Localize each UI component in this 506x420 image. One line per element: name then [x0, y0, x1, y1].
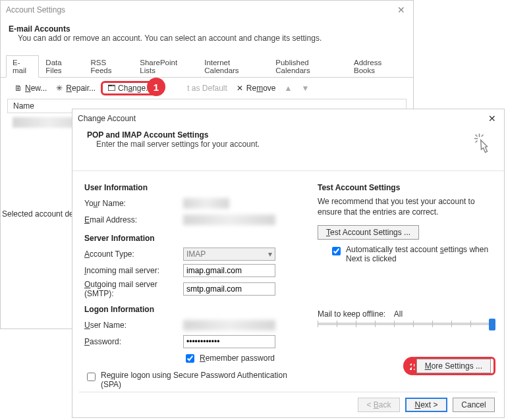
repair-button[interactable]: ✳Repair...: [52, 82, 98, 94]
arrow-up-icon: ▲: [284, 84, 293, 93]
wizard-footer: < Back Next > Cancel: [358, 398, 495, 412]
tab-address-books[interactable]: Address Books: [347, 55, 408, 78]
tab-data-files[interactable]: Data Files: [39, 55, 84, 78]
tab-rss-feeds[interactable]: RSS Feeds: [84, 55, 134, 78]
svg-line-4: [476, 141, 478, 143]
remove-button[interactable]: ✕Remove: [233, 82, 279, 94]
callout-1: 1: [147, 78, 165, 96]
email-value-blurred: [183, 215, 275, 225]
outgoing-server-input[interactable]: [183, 282, 275, 296]
logon-info-heading: Logon Information: [84, 305, 302, 314]
change-icon: 🗔: [107, 84, 116, 93]
account-settings-title: Account Settings: [6, 5, 65, 14]
new-button[interactable]: 🗎New...: [11, 82, 49, 94]
slider-thumb[interactable]: [489, 319, 495, 330]
username-value-blurred: [183, 320, 275, 330]
spa-checkbox[interactable]: Require logon using Secure Password Auth…: [84, 371, 292, 389]
auto-test-checkbox[interactable]: Automatically test account settings when…: [329, 245, 495, 263]
account-tabs: E-mail Data Files RSS Feeds SharePoint L…: [1, 55, 413, 78]
test-settings-heading: Test Account Settings: [318, 183, 495, 192]
your-name-label: Your Name:: [84, 199, 183, 208]
tab-internet-calendars[interactable]: Internet Calendars: [198, 55, 269, 78]
mail-keep-value: All: [394, 309, 403, 319]
email-label: Email Address:: [84, 215, 183, 224]
mail-keep-slider[interactable]: [318, 323, 495, 325]
email-accounts-heading: E-mail Accounts: [9, 24, 405, 34]
username-label: User Name:: [84, 321, 183, 330]
server-info-heading: Server Information: [84, 234, 302, 243]
next-button[interactable]: Next >: [405, 398, 447, 412]
tab-sharepoint-lists[interactable]: SharePoint Lists: [133, 55, 198, 78]
more-settings-button[interactable]: More Settings ...: [416, 359, 491, 373]
move-down-button: ▼: [298, 82, 313, 94]
remove-icon: ✕: [235, 84, 244, 93]
repair-icon: ✳: [55, 84, 64, 93]
test-settings-desc: We recommend that you test your account …: [318, 196, 495, 217]
svg-line-2: [476, 135, 478, 137]
selected-account-label: Selected account de: [2, 209, 74, 219]
close-icon[interactable]: ✕: [395, 5, 408, 15]
change-account-window: Change Account ✕ POP and IMAP Account Se…: [72, 109, 505, 418]
svg-line-3: [482, 135, 484, 137]
account-type-label: Account Type:: [84, 249, 183, 259]
close-icon[interactable]: ✕: [486, 113, 499, 124]
outgoing-label: Outgoing mail server (SMTP):: [84, 280, 183, 298]
cursor-click-icon: [472, 132, 496, 157]
email-accounts-desc: You can add or remove an account. You ca…: [18, 34, 405, 43]
incoming-label: Incoming mail server:: [84, 266, 183, 275]
arrow-down-icon: ▼: [301, 84, 310, 93]
password-input[interactable]: [183, 335, 275, 348]
password-label: Password:: [84, 337, 183, 346]
cancel-button[interactable]: Cancel: [453, 398, 495, 412]
tab-published-calendars[interactable]: Published Calendars: [269, 55, 347, 78]
test-account-settings-button[interactable]: Test Account Settings ...: [318, 225, 419, 240]
set-default-button: t as Default: [184, 82, 230, 94]
move-up-button: ▲: [281, 82, 296, 94]
pop-imap-desc: Enter the mail server settings for your …: [96, 140, 492, 149]
account-settings-titlebar: Account Settings ✕: [1, 1, 413, 19]
incoming-server-input[interactable]: [183, 264, 275, 277]
new-icon: 🗎: [14, 84, 23, 93]
back-button: < Back: [358, 398, 400, 412]
pop-imap-heading: POP and IMAP Account Settings: [87, 130, 492, 140]
account-type-combo: IMAP▾: [183, 248, 275, 261]
remember-password-checkbox[interactable]: Remember password: [183, 352, 275, 365]
user-info-heading: User Information: [84, 183, 302, 192]
account-toolbar: 🗎New... ✳Repair... 🗔Change... t as Defau…: [6, 78, 408, 99]
more-settings-highlight: More Settings ...: [412, 357, 495, 375]
tab-email[interactable]: E-mail: [6, 55, 39, 78]
mail-keep-label: Mail to keep offline:: [318, 309, 385, 319]
chevron-down-icon: ▾: [268, 249, 272, 259]
your-name-value-blurred: [183, 198, 229, 209]
change-account-titlebar: Change Account ✕: [72, 109, 504, 128]
change-account-title: Change Account: [78, 114, 136, 123]
